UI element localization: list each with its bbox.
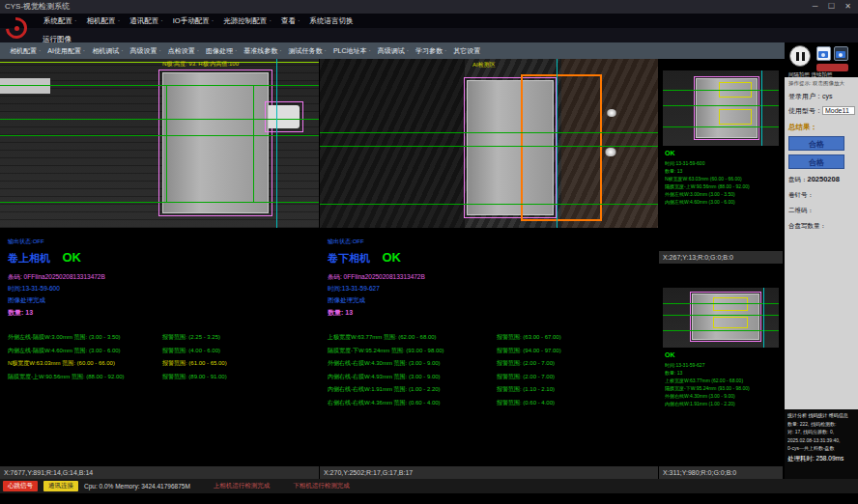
measurement-rows: 上极宽度W:63.77mm 范围: (62.00 - 68.00) 报警范围: …	[328, 333, 650, 411]
login-user-row: 登录用户：cys	[788, 92, 854, 101]
stop-button[interactable]	[816, 64, 848, 71]
machine-part	[0, 78, 50, 94]
upper-camera-image[interactable]: N极:高度: 93. H极:内高值:100	[0, 59, 319, 228]
model-label: 使用型号：	[788, 107, 822, 114]
upper-camera-status-text: 上相机运行检测完成	[214, 482, 271, 490]
roi-outline-yellow	[713, 297, 748, 311]
model-row: 使用型号：Mode11	[788, 106, 854, 116]
toolbar-baseline-params[interactable]: 基准线参数	[242, 46, 283, 56]
toolbar-camera-config[interactable]: 相机配置	[8, 46, 43, 56]
pixel-coordinates-readout: X:267;Y:13;R:0;G:0;B:0	[659, 251, 783, 264]
pixel-coordinates-readout: X:7677,Y:891;R:14,G:14,B:14	[0, 466, 319, 479]
pixel-coordinates-readout: X:311;Y:980;R:0;G:0;B:0	[659, 466, 783, 479]
lower-camera-image[interactable]: AI检测区	[320, 59, 658, 228]
menu-view[interactable]: 查看	[278, 16, 303, 26]
menu-language-switch[interactable]: 系统语言切换	[306, 16, 356, 26]
measurement-row: 上极宽度W:63.77mm 范围: (62.00 - 68.00) 报警范围: …	[328, 333, 650, 347]
menu-camera-config[interactable]: 相机配置	[84, 16, 124, 26]
annotation-line	[557, 59, 558, 228]
annotation-line	[663, 315, 779, 316]
camera-result-title: 卷上相机 OK	[8, 248, 311, 266]
model-select[interactable]: Mode11	[822, 106, 855, 115]
maximize-button[interactable]: ☐	[823, 0, 840, 14]
alarm-range: 报警范围: (2.00 - 7.00)	[497, 359, 555, 368]
operation-tip: 操作提示: 双击图像放大	[788, 80, 854, 87]
toolbar-advanced-settings[interactable]: 高级设置	[128, 46, 162, 56]
alarm-range: 报警范围: (61.00 - 65.00)	[162, 359, 227, 368]
toolbar-camera-debug[interactable]: 相机调试	[90, 46, 125, 56]
output-status: 输出状态:OFF	[8, 238, 311, 246]
toolbar-plc-address[interactable]: PLC地址本	[331, 46, 373, 56]
thumbnail-view-top: OK 时间:13-31-59-600 数量: 13 N极宽度W:63.03mm …	[659, 59, 783, 264]
menu-light-control-config[interactable]: 光源控制配置	[220, 16, 274, 26]
measurement-line: 数量: 13	[665, 369, 781, 377]
measurement-value: 内侧左线-隔膜W:4.60mm 范围: (3.00 - 6.00)	[8, 348, 121, 353]
total-result-label: 总结果：	[788, 123, 854, 132]
tray-code-value: 20250208	[808, 175, 840, 183]
status-bar: 心跳信号 通讯连接 Cpu: 0.0% Memory: 3424.4179687…	[0, 479, 858, 493]
measurement-annotation: N极:高度: 93. H极:内高值:100	[162, 60, 239, 69]
info-side-panel: 操作提示: 双击图像放大 登录用户：cys 使用型号：Mode11 总结果： 合…	[785, 77, 858, 409]
menu-io-manual-config[interactable]: IO手动配置	[170, 16, 217, 26]
camera-result-title: 卷下相机 OK	[328, 248, 650, 266]
reflection-glint	[606, 109, 617, 117]
menu-comm-config[interactable]: 通讯配置	[127, 16, 166, 26]
continuous-capture-button[interactable]	[834, 46, 848, 61]
measurement-row: 右侧右线-右线W:4.36mm 范围: (0.60 - 4.00) 报警范围: …	[328, 399, 650, 412]
annotation-line	[0, 62, 319, 63]
roi-outline-connector	[265, 101, 303, 132]
toolbar-advanced-debug[interactable]: 高级调试	[376, 46, 411, 56]
upper-camera-view: N极:高度: 93. H极:内高值:100 输出状态:OFF 卷上相机 OK 条…	[0, 59, 319, 479]
count-text: 数量: 13	[328, 308, 650, 318]
reflection-glint	[604, 148, 617, 156]
statistics-line: 0-cys一共上料数-盘数	[787, 445, 855, 451]
snapshot-button[interactable]	[816, 46, 831, 61]
output-status: 输出状态:OFF	[328, 238, 650, 246]
annotation-line	[663, 303, 779, 304]
thumbnail-view-bottom: OK 时间:13-31-59-627 数量: 13 上极宽度W:63.77mm …	[659, 265, 783, 479]
alarm-range: 报警范围: (2.25 - 3.25)	[162, 333, 220, 342]
count-text: 数量: 13	[8, 308, 311, 318]
measurement-value: 外侧右线-右膜W:4.30mm 范围: (3.00 - 9.00)	[328, 360, 441, 366]
roi-outline-yellow	[719, 109, 752, 125]
cpu-memory-readout: Cpu: 0.0% Memory: 3424.41796875M	[84, 483, 190, 490]
login-user-value: cys	[822, 93, 833, 99]
annotation-line	[0, 202, 319, 203]
statistics-line: 数量: 222, 找码检测数:	[787, 421, 855, 427]
minimize-button[interactable]: ─	[807, 0, 823, 14]
toolbar-spot-check[interactable]: 点检设置	[166, 46, 201, 56]
toolbar-image-process[interactable]: 图像处理	[204, 46, 239, 56]
lower-camera-view: AI检测区 输出状态:OFF 卷下相机 OK 条码: 0FFIina202502…	[320, 59, 658, 479]
close-button[interactable]: ✕	[840, 0, 856, 14]
measurement-line: 时间:13-31-59-627	[665, 361, 781, 369]
measurement-line: 上极宽度W:63.77mm (62.00 - 68.00)	[665, 377, 781, 384]
thumbnail-image-top[interactable]	[663, 70, 779, 146]
measurement-value: 隔膜宽度-上W:90.56mm 范围: (88.00 - 92.00)	[8, 374, 125, 379]
qr-code-label: 二维码：	[788, 207, 814, 213]
camera-name: 卷下相机	[328, 252, 370, 264]
toolbar-other-settings[interactable]: 其它设置	[451, 46, 482, 56]
timestamp-text: 时间:13-31-59-600	[8, 285, 311, 294]
alarm-range: 报警范围: (89.00 - 91.00)	[162, 373, 227, 381]
measurement-row: 内侧左线-隔膜W:4.60mm 范围: (3.00 - 6.00) 报警范围: …	[8, 347, 311, 360]
measurement-rows: 外侧左线-隔膜W:3.00mm 范围: (3.00 - 3.50) 报警范围: …	[8, 333, 311, 385]
measurement-row: 外侧右线-右膜W:4.30mm 范围: (3.00 - 9.00) 报警范围: …	[328, 359, 650, 373]
roi-outline-magenta	[158, 70, 272, 216]
result-ok-badge: OK	[665, 351, 675, 358]
toolbar-learning-params[interactable]: 学习参数	[414, 46, 448, 56]
annotation-line	[663, 330, 779, 331]
pause-button[interactable]	[789, 45, 811, 67]
measurement-line: 内侧右线W:1.91mm (1.00 - 2.20)	[665, 400, 781, 407]
measurement-value: 右侧右线-右线W:4.36mm 范围: (0.60 - 4.00)	[328, 400, 441, 406]
measurement-line: 时间:13-31-59-600	[665, 159, 781, 167]
process-status-text: 图像处理完成	[8, 296, 311, 305]
toolbar-ai-config[interactable]: AI使用配置	[45, 46, 87, 56]
measurement-value: N极宽度W:63.03mm 范围: (60.00 - 66.00)	[8, 360, 115, 366]
measurement-line: 外侧左线W:3.00mm (3.00 - 3.50)	[665, 190, 781, 198]
toolbar-test-tasks[interactable]: 测试任务数	[287, 46, 329, 56]
menu-system-config[interactable]: 系统配置	[41, 16, 80, 26]
total-result-badge-upper: 合格	[788, 136, 844, 151]
annotation-line	[0, 119, 319, 120]
measurement-row: 内侧右线-右膜W:4.93mm 范围: (3.00 - 9.00) 报警范围: …	[328, 373, 650, 386]
thumbnail-image-bottom[interactable]	[663, 288, 779, 348]
